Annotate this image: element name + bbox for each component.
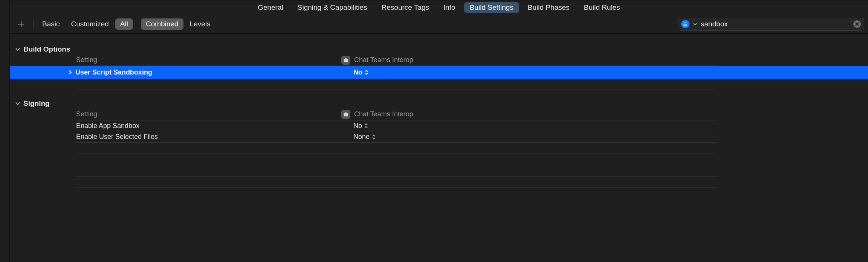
separator (33, 20, 34, 28)
tab-general[interactable]: General (252, 2, 289, 13)
search-input[interactable] (701, 20, 850, 28)
filter-levels[interactable]: Levels (185, 18, 215, 30)
empty-row (76, 177, 717, 188)
setting-value-text: No (353, 122, 362, 130)
setting-value-text: No (353, 69, 362, 76)
setting-value-text: None (353, 133, 370, 141)
setting-name: Enable App Sandbox (76, 122, 139, 130)
chevron-right-icon[interactable] (68, 70, 72, 75)
settings-content[interactable]: Build Options Setting Chat Teams Interop (10, 34, 868, 262)
column-header-target: Chat Teams Interop (354, 56, 413, 64)
section-header[interactable]: Build Options (10, 44, 868, 55)
editor-tabs: General Signing & Capabilities Resource … (10, 0, 868, 15)
section-header[interactable]: Signing (10, 98, 868, 109)
column-header-row: Setting Chat Teams Interop (76, 109, 717, 120)
clear-search-button[interactable] (853, 20, 861, 28)
section-title: Build Options (23, 45, 70, 53)
section-build-options: Build Options Setting Chat Teams Interop (10, 44, 868, 98)
plus-icon (17, 20, 25, 28)
search-field[interactable] (678, 18, 864, 30)
tab-build-phases[interactable]: Build Phases (522, 2, 575, 13)
empty-row (76, 154, 717, 165)
setting-row[interactable]: User Script Sandboxing No (76, 66, 717, 79)
setting-row[interactable]: Enable App Sandbox No (76, 120, 717, 131)
filter-combined[interactable]: Combined (141, 18, 183, 30)
stepper-icon (364, 123, 368, 128)
setting-value[interactable]: No (353, 69, 717, 76)
column-header-setting: Setting (76, 56, 353, 64)
filter-customized[interactable]: Customized (66, 18, 113, 30)
target-icon (341, 56, 350, 65)
empty-row (76, 165, 717, 177)
svg-point-0 (345, 59, 347, 61)
column-header-target: Chat Teams Interop (354, 110, 413, 118)
stepper-icon (372, 134, 376, 140)
tab-build-settings[interactable]: Build Settings (464, 2, 519, 13)
empty-row (76, 143, 717, 154)
filter-basic[interactable]: Basic (37, 18, 64, 30)
search-scope-icon[interactable] (681, 20, 689, 28)
target-icon (341, 110, 350, 119)
chevron-down-icon (693, 22, 697, 26)
stepper-icon (365, 70, 368, 75)
setting-value[interactable]: No (353, 122, 717, 130)
setting-value[interactable]: None (353, 133, 717, 141)
tab-resource-tags[interactable]: Resource Tags (376, 2, 435, 13)
setting-name: User Script Sandboxing (75, 69, 152, 76)
column-header-row: Setting Chat Teams Interop (76, 55, 717, 66)
add-button[interactable] (16, 20, 26, 28)
chevron-down-icon (15, 47, 20, 52)
filter-all[interactable]: All (115, 18, 133, 30)
close-icon (855, 22, 859, 26)
section-title: Signing (23, 99, 50, 108)
svg-point-1 (345, 114, 347, 115)
left-gutter (0, 0, 10, 262)
tab-build-rules[interactable]: Build Rules (578, 2, 626, 13)
section-signing: Signing Setting Chat Teams Interop Enabl… (10, 98, 868, 188)
separator (137, 20, 137, 28)
setting-row[interactable]: Enable User Selected Files None (76, 131, 717, 143)
tab-info[interactable]: Info (438, 2, 461, 13)
empty-row (76, 79, 717, 90)
filter-bar: Basic Customized All Combined Levels (10, 15, 868, 34)
chevron-down-icon (15, 101, 20, 106)
setting-name: Enable User Selected Files (76, 133, 158, 141)
tab-signing-capabilities[interactable]: Signing & Capabilities (292, 2, 373, 13)
column-header-setting: Setting (76, 110, 353, 118)
separator (219, 20, 219, 28)
